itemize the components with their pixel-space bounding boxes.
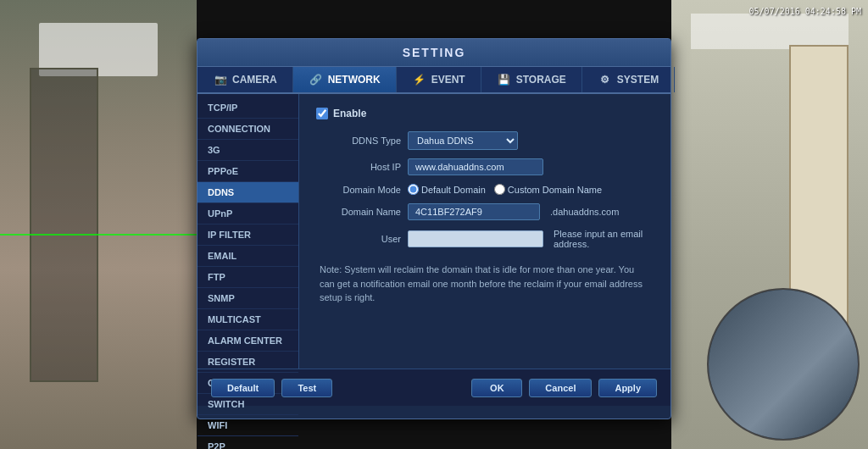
sidebar-item-switch[interactable]: SWITCH: [198, 394, 298, 415]
apply-button[interactable]: Apply: [598, 379, 657, 397]
footer-right-buttons: OK Cancel Apply: [471, 379, 657, 397]
user-row: User Please input an email address.: [316, 229, 654, 249]
sidebar-item-ftp[interactable]: FTP: [198, 267, 298, 288]
ddns-type-label: DDNS Type: [316, 136, 401, 146]
sidebar-item-p2p[interactable]: P2P: [198, 436, 298, 449]
sidebar-item-ddns[interactable]: DDNS: [198, 182, 298, 203]
enable-row: Enable: [316, 108, 654, 119]
host-ip-label: Host IP: [316, 162, 401, 172]
nav-sidebar: TCP/IP CONNECTION 3G PPPoE DDNS UPnP IP …: [198, 94, 299, 369]
sidebar-item-ipfilter[interactable]: IP FILTER: [198, 224, 298, 246]
storage-tab-icon: 💾: [497, 74, 512, 86]
radio-custom-domain-label: Custom Domain Name: [508, 185, 602, 195]
left-camera-feed: [0, 0, 197, 449]
sidebar-item-multicast[interactable]: MULTICAST: [198, 309, 298, 330]
host-ip-input[interactable]: [408, 158, 543, 175]
sidebar-item-register[interactable]: REGISTER: [198, 352, 298, 373]
host-ip-row: Host IP: [316, 158, 654, 175]
user-input[interactable]: [408, 230, 543, 247]
tab-bar: 📷 CAMERA 🔗 NETWORK ⚡ EVENT 💾 STORAGE ⚙ S…: [198, 67, 670, 94]
ok-button[interactable]: OK: [471, 379, 522, 397]
sidebar-item-3g[interactable]: 3G: [198, 140, 298, 161]
ddns-settings-panel: Enable DDNS Type Dahua DDNS NO-IP DDNS C…: [299, 94, 670, 369]
enable-checkbox[interactable]: [316, 108, 328, 119]
note-text: Note: System will reclaim the domain tha…: [316, 263, 654, 305]
ddns-type-select[interactable]: Dahua DDNS NO-IP DDNS CN99 DDNS Dyndns: [408, 131, 518, 150]
system-tab-icon: ⚙: [598, 74, 613, 86]
dialog-content: TCP/IP CONNECTION 3G PPPoE DDNS UPnP IP …: [198, 94, 670, 369]
ddns-type-row: DDNS Type Dahua DDNS NO-IP DDNS CN99 DDN…: [316, 131, 654, 150]
tab-system[interactable]: ⚙ SYSTEM: [582, 67, 675, 92]
domain-name-label: Domain Name: [316, 207, 401, 217]
test-button[interactable]: Test: [281, 379, 332, 397]
domain-mode-radios: Default Domain Custom Domain Name: [408, 184, 602, 195]
domain-name-row: Domain Name .dahuaddns.com: [316, 203, 654, 220]
right-camera-feed: 05/07/2016 04:24:58 PM: [671, 0, 868, 449]
default-button[interactable]: Default: [211, 379, 275, 397]
tab-storage[interactable]: 💾 STORAGE: [481, 67, 582, 92]
tab-event[interactable]: ⚡ EVENT: [397, 67, 481, 92]
domain-name-suffix: .dahuaddns.com: [550, 207, 619, 217]
fisheye-camera: [707, 288, 860, 441]
sidebar-item-tcpip[interactable]: TCP/IP: [198, 97, 298, 119]
cancel-button[interactable]: Cancel: [529, 379, 592, 397]
sidebar-item-email[interactable]: EMAIL: [198, 246, 298, 267]
event-tab-icon: ⚡: [412, 74, 427, 86]
camera-tab-icon: 📷: [213, 74, 228, 86]
tab-camera[interactable]: 📷 CAMERA: [198, 67, 293, 92]
domain-mode-row: Domain Mode Default Domain Custom Domain…: [316, 184, 654, 195]
settings-dialog: SETTING 📷 CAMERA 🔗 NETWORK ⚡ EVENT 💾 STO…: [197, 38, 671, 419]
camera-timestamp: 05/07/2016 04:24:58 PM: [749, 7, 861, 16]
radio-custom-domain-input[interactable]: [494, 184, 505, 195]
sidebar-item-pppoe[interactable]: PPPoE: [198, 161, 298, 182]
dialog-title: SETTING: [198, 39, 670, 67]
network-tab-icon: 🔗: [309, 74, 324, 86]
sidebar-item-upnp[interactable]: UPnP: [198, 203, 298, 224]
footer-left-buttons: Default Test: [211, 379, 332, 397]
user-label: User: [316, 234, 401, 244]
tab-network[interactable]: 🔗 NETWORK: [293, 67, 397, 92]
sidebar-item-connection[interactable]: CONNECTION: [198, 119, 298, 140]
enable-label: Enable: [333, 108, 366, 119]
domain-mode-label: Domain Mode: [316, 185, 401, 195]
sidebar-item-snmp[interactable]: SNMP: [198, 288, 298, 309]
sidebar-item-wifi[interactable]: WIFI: [198, 415, 298, 436]
user-hint: Please input an email address.: [554, 229, 654, 249]
domain-name-input[interactable]: [408, 203, 540, 220]
radio-default-domain-input[interactable]: [408, 184, 419, 195]
radio-default-domain-label: Default Domain: [421, 185, 486, 195]
radio-custom-domain[interactable]: Custom Domain Name: [494, 184, 602, 195]
sidebar-item-alarm[interactable]: ALARM CENTER: [198, 330, 298, 352]
radio-default-domain[interactable]: Default Domain: [408, 184, 486, 195]
